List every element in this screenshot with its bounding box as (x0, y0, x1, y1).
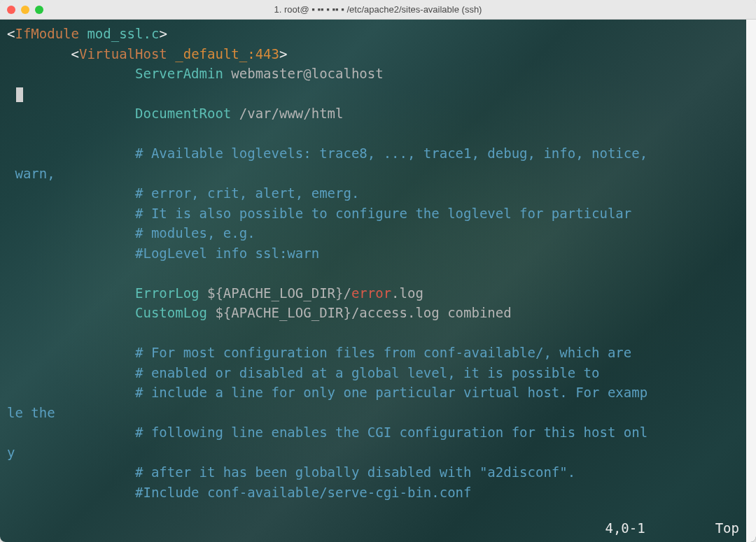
code-text (7, 425, 135, 440)
code-text: # It is also possible to configure the l… (135, 206, 631, 221)
titlebar[interactable]: 1. root@ ▪ ▪▪ ▪ ▪▪ ▪ /etc/apache2/sites-… (0, 0, 756, 20)
code-text (7, 464, 135, 480)
code-text: # following line enables the CGI configu… (135, 425, 648, 440)
code-text (7, 225, 135, 241)
traffic-lights (7, 6, 43, 14)
code-text (7, 285, 135, 301)
scrollbar[interactable] (746, 20, 756, 542)
code-text: #LogLevel info ssl:warn (135, 245, 319, 261)
terminal-window: 1. root@ ▪ ▪▪ ▪ ▪▪ ▪ /etc/apache2/sites-… (0, 0, 756, 542)
code-text (7, 106, 135, 121)
code-text (167, 46, 175, 62)
cursor-position: 4,0-1 (605, 518, 645, 539)
code-text (79, 26, 87, 41)
code-text: ErrorLog (135, 285, 200, 301)
code-text (7, 365, 135, 380)
code-text: error (351, 285, 391, 301)
editor-content[interactable]: <IfModule mod_ssl.c> <VirtualHost _defau… (7, 24, 749, 502)
code-text (7, 485, 135, 500)
code-text (7, 46, 71, 62)
code-text: # after it has been globally disabled wi… (135, 464, 575, 480)
code-text: ${APACHE_LOG_DIR}/ (200, 285, 351, 301)
code-text: > (279, 46, 287, 62)
code-text (7, 245, 135, 261)
code-text: # enabled or disabled at a global level,… (135, 365, 599, 380)
code-text: < (7, 26, 15, 41)
code-text: ${APACHE_LOG_DIR}/access.log combined (207, 305, 512, 320)
cursor (16, 87, 23, 102)
code-text: # Available loglevels: trace8, ..., trac… (135, 145, 648, 161)
code-text: > (159, 26, 167, 41)
code-text: VirtualHost (79, 46, 167, 62)
code-text (7, 305, 135, 320)
scroll-indicator: Top (715, 518, 739, 539)
code-text: _default_:443 (175, 46, 279, 62)
close-button[interactable] (7, 6, 15, 14)
code-text (7, 145, 135, 161)
maximize-button[interactable] (35, 6, 43, 14)
code-text: y (7, 445, 15, 460)
code-text: # include a line for only one particular… (135, 385, 648, 400)
code-text (7, 66, 135, 81)
vim-statusbar: 4,0-1 Top (605, 518, 739, 539)
code-text (7, 86, 15, 101)
code-text: IfModule (15, 26, 79, 41)
code-text: .log (391, 285, 424, 301)
code-text: le the (7, 405, 55, 420)
code-text: CustomLog (135, 305, 207, 320)
code-text: < (71, 46, 79, 62)
code-text: # modules, e.g. (135, 225, 255, 241)
code-text (7, 206, 135, 221)
code-text (7, 345, 135, 360)
code-text (7, 385, 135, 400)
code-text: warn, (7, 166, 55, 181)
terminal-viewport[interactable]: <IfModule mod_ssl.c> <VirtualHost _defau… (0, 20, 756, 542)
code-text: mod_ssl.c (87, 26, 159, 41)
code-text: /var/www/html (231, 106, 343, 121)
minimize-button[interactable] (21, 6, 29, 14)
code-text: DocumentRoot (135, 106, 231, 121)
code-text (7, 185, 135, 201)
code-text: ServerAdmin (135, 66, 223, 81)
code-text: # error, crit, alert, emerg. (135, 185, 359, 201)
code-text: webmaster@localhost (223, 66, 384, 81)
code-text: # For most configuration files from conf… (135, 345, 631, 360)
window-title: 1. root@ ▪ ▪▪ ▪ ▪▪ ▪ /etc/apache2/sites-… (7, 4, 749, 15)
code-text: #Include conf-available/serve-cgi-bin.co… (135, 485, 471, 500)
